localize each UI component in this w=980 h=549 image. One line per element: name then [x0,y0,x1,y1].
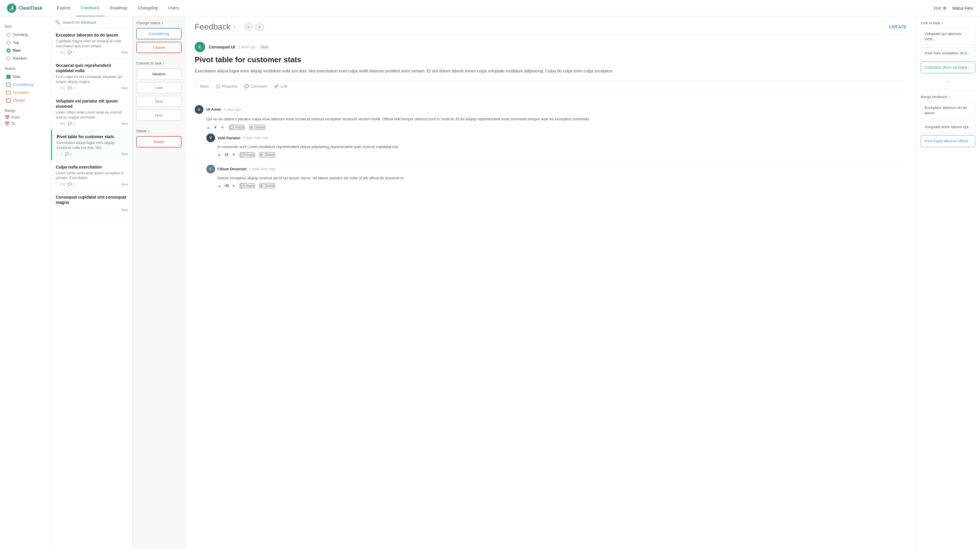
nested-upvote-0-1[interactable]: ▲ [218,184,221,188]
nav-users[interactable]: Users [163,0,184,16]
nested-downvote-0-1[interactable]: ▼ [232,184,235,188]
sort-top-label: Top [13,40,19,45]
link-task-info-icon: ℹ [942,21,943,25]
sort-random-label: Random [13,56,27,61]
merge-info-icon: ℹ [948,95,950,99]
sort-trending[interactable]: Trending [5,31,46,38]
link-task-title: Link to task ℹ [921,21,975,25]
nested-delete-0-1[interactable]: 🗑 Delete [259,183,275,188]
nested-author-0-1: Cillum Deserunt [218,167,247,171]
status-accepted-label: Accepted [13,90,29,95]
action-panel: Change status ℹ Considering Closed Conve… [133,16,185,549]
link-card-0[interactable]: Voluptate qui laborum incid... [921,28,975,45]
next-button[interactable]: Next [136,96,181,107]
sort-new[interactable]: New [5,47,46,54]
status-considering-label: Considering [13,82,33,87]
sort-random-radio [6,56,11,61]
feedback-item-meta-4: ♡ 578 💬 3 New [56,182,128,186]
delete-section: Delete ℹ Delete [136,129,181,150]
more-button[interactable]: ... [921,76,975,85]
link-label: Link [280,84,288,88]
feedback-item-3[interactable]: ⠿ Pivot table for customer stats Exercit… [51,130,132,160]
nav-right: Visit ⊕ Matus Faro [933,5,973,11]
link-button[interactable]: 🔗 Link [274,84,288,88]
vote-count-0: 4 [212,125,218,129]
delete-button[interactable]: Delete [136,136,181,147]
nested-time-0-1: 1 week from now [249,167,275,171]
drag-handle-3[interactable]: ⠿ [52,144,54,147]
merge-feedback-title: Merge feedback ℹ [921,95,975,99]
search-input[interactable] [62,20,129,24]
respond-button[interactable]: ⬜ Respond [216,84,237,88]
logo[interactable]: 🍶 ClearFlask [7,3,42,13]
feedback-item-2[interactable]: ⠿ Voluptate est pariatur elit ipsum eius… [51,94,132,130]
feedback-item-5[interactable]: ⠿ Consequat cupidatat sint consequat mag… [51,190,132,216]
range-from[interactable]: 📅 From [5,115,46,120]
comments-4: 💬 3 [68,182,75,186]
comment-0: U Ut Amet 2 days ago Qui eu do ullamco p… [195,101,907,198]
nested-delete-0-0[interactable]: 🗑 Delete [259,152,275,157]
range-label: Range [5,109,46,113]
drag-handle-4[interactable]: ⠿ [52,174,54,177]
drag-handle-0[interactable]: ⠿ [52,42,54,45]
nested-downvote-0-0[interactable]: ▼ [232,152,235,157]
post-author-name: Consequat Ut [208,45,235,49]
link-card-2[interactable]: Cupidatat cillum ad fugiat ... [921,62,975,73]
want-button[interactable]: ♡ Want [195,84,208,88]
considering-button[interactable]: Considering [136,28,181,40]
next-post-button[interactable]: › [255,22,264,32]
status-accepted-checkbox [6,91,11,95]
nav-links: Explore Feedback Roadmap Changelog Users [52,0,933,16]
nav-roadmap[interactable]: Roadmap [105,0,133,16]
feedback-item-1[interactable]: ⠿ Occaecat quis reprehenderit cupidatat … [51,59,132,94]
range-to[interactable]: 📅 To [5,121,46,126]
delete-comment-0[interactable]: 🗑 Delete [249,125,265,130]
nav-changelog[interactable]: Changelog [133,0,163,16]
merge-card-0[interactable]: Excepteur laborum do do ipsum [921,102,975,119]
nested-comment-0-1: C Cillum Deserunt 1 week from now Dolore… [206,161,907,192]
right-divider [921,90,975,90]
post-meta: Consequat Ut 1 week ago New [208,45,270,49]
upvote-0[interactable]: ▲ [206,125,210,130]
post-content: Exercitation aliqua fugiat enim aliquip … [195,68,907,74]
nested-reply-0-1[interactable]: 💬 Reply [240,183,255,188]
prev-post-button[interactable]: ‹ [244,22,253,32]
sort-top[interactable]: Top [5,39,46,46]
nested-trash-icon-0-1: 🗑 [260,184,263,188]
link-card-1[interactable]: Irure irure excepteur sit d... [921,47,975,59]
feedback-item-0[interactable]: ⠿ Excepteur laborum do do ipsum Cupidata… [51,28,132,59]
feedback-item-4[interactable]: ⠿ Culpa nulla exercitation Lorem minim a… [51,160,132,191]
later-button[interactable]: Later [136,82,181,93]
comment-button[interactable]: 💬 Comment [244,84,267,88]
nested-time-0-0: 3 days from now [243,136,269,140]
nested-upvote-0-0[interactable]: ▲ [218,152,221,157]
page-title-info-icon: ℹ [234,24,235,29]
status-closed[interactable]: Closed [5,97,46,104]
drag-handle-2[interactable]: ⠿ [52,110,54,113]
nav-explore[interactable]: Explore [52,0,76,16]
change-status-info-icon: ℹ [162,21,163,25]
sort-random[interactable]: Random [5,54,46,62]
create-button[interactable]: CREATE [889,24,907,29]
sort-trending-label: Trending [13,32,28,37]
visit-button[interactable]: Visit ⊕ [933,5,947,11]
nested-reply-0-0[interactable]: 💬 Reply [240,152,255,157]
drag-handle-5[interactable]: ⠿ [52,201,54,205]
more-icon: ... [946,77,950,83]
merge-card-1[interactable]: Voluptate dolor laboris qui... [921,121,975,133]
calendar-to-icon: 📅 [5,121,10,126]
status-accepted[interactable]: Accepted [5,89,46,96]
ideation-button[interactable]: Ideation [136,68,181,80]
post-status-badge: New [259,45,270,49]
merge-card-2[interactable]: Irure fugiat laborum officia [921,135,975,147]
drag-handle-1[interactable]: ⠿ [52,75,54,78]
downvote-0[interactable]: ▼ [221,125,224,130]
closed-button[interactable]: Closed [136,42,181,53]
now-button[interactable]: Now [136,110,181,121]
status-considering[interactable]: Considering [5,81,46,88]
nav-feedback[interactable]: Feedback [76,0,104,16]
user-menu[interactable]: Matus Faro [952,6,973,11]
status-4: New [121,182,128,186]
reply-button-0[interactable]: 💬 Reply [229,125,245,130]
status-new[interactable]: New [5,73,46,80]
